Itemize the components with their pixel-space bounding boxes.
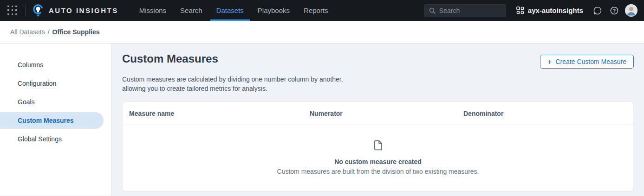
page-title: Custom Measures xyxy=(122,53,218,65)
top-navigation-bar: AUTO INSIGHTS Missions Search Datasets P… xyxy=(0,0,644,21)
nav-item-datasets[interactable]: Datasets xyxy=(210,0,250,21)
nav-item-search[interactable]: Search xyxy=(174,0,208,21)
global-search-box[interactable] xyxy=(424,4,506,17)
sidebar-item-columns[interactable]: Columns xyxy=(0,56,104,74)
page-description: Custom measures are calculated by dividi… xyxy=(122,75,366,93)
create-custom-measure-label: Create Custom Measure xyxy=(555,58,626,65)
breadcrumb-separator: / xyxy=(48,28,50,36)
breadcrumb-all-datasets[interactable]: All Datasets xyxy=(10,28,45,36)
empty-state-title: No custom measure created xyxy=(334,158,422,165)
avatar[interactable] xyxy=(625,4,637,17)
document-icon xyxy=(372,139,384,152)
search-icon xyxy=(429,7,436,14)
nav-item-playbooks[interactable]: Playbooks xyxy=(252,0,296,21)
brand-title: AUTO INSIGHTS xyxy=(49,6,118,14)
primary-nav: Missions Search Datasets Playbooks Repor… xyxy=(133,0,334,21)
nav-item-missions[interactable]: Missions xyxy=(133,0,172,21)
empty-state-subtitle: Custom measures are built from the divis… xyxy=(277,168,479,175)
column-header-measure-name: Measure name xyxy=(129,110,310,117)
lightbulb-logo xyxy=(32,4,44,18)
sidebar-item-configuration[interactable]: Configuration xyxy=(0,74,104,93)
sidebar-item-custom-measures[interactable]: Custom Measures xyxy=(0,112,104,129)
plus-icon: + xyxy=(547,58,552,66)
column-header-denominator: Denominator xyxy=(463,110,633,117)
custom-measures-panel: Custom Measures + Create Custom Measure … xyxy=(111,44,644,196)
sidebar-item-goals[interactable]: Goals xyxy=(0,93,104,111)
settings-sidebar: Columns Configuration Goals Custom Measu… xyxy=(0,44,111,196)
workspace-switcher[interactable]: ayx-autoinsights xyxy=(516,6,583,14)
table-header-row: Measure name Numerator Denominator xyxy=(123,102,633,125)
nav-item-reports[interactable]: Reports xyxy=(298,0,334,21)
chat-icon[interactable] xyxy=(592,5,604,17)
breadcrumb-current: Office Supplies xyxy=(52,28,100,36)
custom-measures-table: Measure name Numerator Denominator No cu… xyxy=(122,101,634,191)
workspace-grid-icon xyxy=(516,6,524,14)
app-launcher-icon[interactable] xyxy=(7,6,18,16)
workspace-name: ayx-autoinsights xyxy=(528,6,583,14)
create-custom-measure-button[interactable]: + Create Custom Measure xyxy=(540,55,634,69)
svg-text:?: ? xyxy=(613,8,616,13)
breadcrumb: All Datasets / Office Supplies xyxy=(0,21,644,44)
help-icon[interactable]: ? xyxy=(608,5,620,17)
column-header-numerator: Numerator xyxy=(310,110,463,117)
search-input[interactable] xyxy=(439,7,501,14)
sidebar-item-global-settings[interactable]: Global Settings xyxy=(0,130,104,148)
topbar-divider xyxy=(25,5,26,17)
empty-state: No custom measure created Custom measure… xyxy=(123,125,633,191)
